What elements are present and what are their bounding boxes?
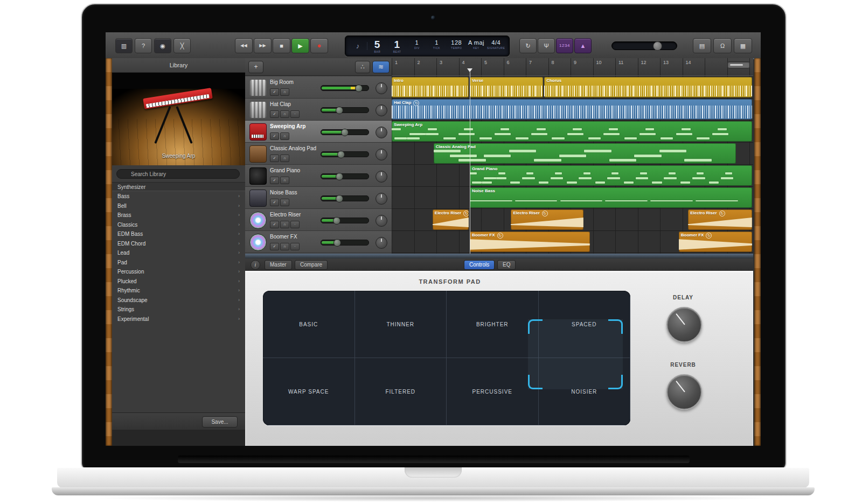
info-button[interactable]: i xyxy=(251,260,260,270)
library-item-rhythmic[interactable]: Rhythmic› xyxy=(112,286,245,296)
bar-ruler[interactable]: 1234567891011121314 xyxy=(392,58,753,76)
region-chorus[interactable]: Chorus xyxy=(544,77,752,97)
track-volume-slider[interactable] xyxy=(321,129,369,135)
delay-knob[interactable] xyxy=(666,307,702,342)
track-volume-slider[interactable] xyxy=(321,151,369,157)
library-item-plucked[interactable]: Plucked› xyxy=(112,277,245,286)
mixer-button[interactable]: ≋ xyxy=(372,61,390,73)
search-library-input[interactable]: Search Library xyxy=(116,169,240,179)
track-volume-slider[interactable] xyxy=(321,85,369,91)
pad-cell-percussive[interactable]: PERCUSSIVE xyxy=(447,358,539,425)
track-volume-slider[interactable] xyxy=(321,240,369,246)
track-header-noise-bass[interactable]: Noise Bass✓∩ xyxy=(245,187,392,209)
track-option-button[interactable]: · xyxy=(290,110,300,118)
solo-button[interactable]: ∩ xyxy=(280,243,289,250)
lcd-bar[interactable]: 5bar xyxy=(367,39,387,53)
library-item-experimental[interactable]: Experimental› xyxy=(112,314,245,324)
smart-controls-button[interactable]: ◉ xyxy=(154,38,171,53)
track-volume-slider[interactable] xyxy=(321,195,369,201)
pan-knob[interactable] xyxy=(376,237,387,249)
tuner-button[interactable]: Ψ xyxy=(538,38,555,53)
library-item-edm-bass[interactable]: EDM Bass› xyxy=(112,229,245,239)
pan-knob[interactable] xyxy=(376,171,387,183)
track-header-classic-analog-pad[interactable]: Classic Analog Pad✓∩ xyxy=(245,143,392,165)
play-button[interactable]: ▶ xyxy=(291,38,309,53)
pad-cell-filtered[interactable]: FILTERED xyxy=(355,358,447,425)
pan-knob[interactable] xyxy=(376,193,387,205)
track-volume-thumb[interactable] xyxy=(337,151,345,158)
track-volume-thumb[interactable] xyxy=(355,85,363,92)
track-header-hat-clap[interactable]: Hat Clap✓∩· xyxy=(245,99,392,121)
lcd-div[interactable]: 1div xyxy=(407,39,427,53)
mute-button[interactable]: ✓ xyxy=(270,221,279,228)
track-header-boomer-fx[interactable]: Boomer FX✓∩· xyxy=(245,231,392,253)
library-item-bell[interactable]: Bell› xyxy=(112,201,245,211)
count-in-button[interactable]: 1234 xyxy=(556,38,573,53)
metronome-button[interactable]: ▲ xyxy=(574,38,592,53)
playhead[interactable] xyxy=(470,72,470,254)
pad-cell-warp-space[interactable]: WARP SPACE xyxy=(263,358,355,425)
region-classic-analog-pad[interactable]: Classic Analog Pad xyxy=(434,143,736,164)
region-intro[interactable]: Intro xyxy=(392,77,469,97)
transform-pad-selection[interactable] xyxy=(528,319,623,389)
pan-knob[interactable] xyxy=(376,82,387,94)
region-grand-piano[interactable]: Grand Piano xyxy=(470,165,752,186)
track-volume-thumb[interactable] xyxy=(336,107,343,114)
region-noise-bass[interactable]: Noise Bass xyxy=(470,187,752,208)
ruler-zoom-slider[interactable] xyxy=(727,61,750,68)
library-item-pad[interactable]: Pad› xyxy=(112,258,245,268)
mute-button[interactable]: ✓ xyxy=(270,155,279,162)
mute-button[interactable]: ✓ xyxy=(270,199,279,206)
pad-cell-basic[interactable]: BASIC xyxy=(263,291,355,358)
quick-help-button[interactable]: ? xyxy=(135,38,152,53)
track-volume-slider[interactable] xyxy=(321,218,369,223)
solo-button[interactable]: ∩ xyxy=(280,221,289,228)
region-sweeping-arp[interactable]: Sweeping Arp xyxy=(392,121,752,142)
track-header-grand-piano[interactable]: Grand Piano✓∩ xyxy=(245,165,392,187)
pad-cell-thinner[interactable]: THINNER xyxy=(355,291,447,358)
region-boomer-fx[interactable]: Boomer FX↻ xyxy=(470,232,590,252)
transform-pad[interactable]: BASICTHINNERBRIGHTERSPACEDWARP SPACEFILT… xyxy=(263,291,630,425)
lcd-display[interactable]: ♪ 5bar1beat1div1tick128tempoA majkey4/4s… xyxy=(345,36,510,57)
lcd-beat[interactable]: 1beat xyxy=(387,39,407,53)
library-item-edm-chord[interactable]: EDM Chord› xyxy=(112,239,245,249)
notepad-button[interactable]: ▤ xyxy=(693,38,711,53)
pan-knob[interactable] xyxy=(376,127,387,138)
track-option-button[interactable]: · xyxy=(290,221,300,228)
region-verse[interactable]: Verse xyxy=(470,77,543,97)
solo-button[interactable]: ∩ xyxy=(280,155,289,162)
track-volume-slider[interactable] xyxy=(321,173,369,179)
track-volume-thumb[interactable] xyxy=(336,195,343,202)
automation-button[interactable]: ∴ xyxy=(355,61,370,73)
mute-button[interactable]: ✓ xyxy=(270,110,279,118)
mute-button[interactable]: ✓ xyxy=(270,132,279,140)
pan-knob[interactable] xyxy=(376,104,387,116)
library-item-strings[interactable]: Strings› xyxy=(112,305,245,314)
track-volume-slider[interactable] xyxy=(321,107,369,113)
solo-button[interactable]: ∩ xyxy=(280,88,289,96)
region-boomer-fx[interactable]: Boomer FX↻ xyxy=(679,232,752,252)
add-track-button[interactable]: + xyxy=(248,61,263,73)
timeline[interactable]: 1234567891011121314 IntroVerseChorusHat … xyxy=(392,58,753,254)
eq-tab[interactable]: EQ xyxy=(497,260,516,270)
pad-cell-brighter[interactable]: BRIGHTER xyxy=(447,291,539,358)
track-volume-thumb[interactable] xyxy=(336,173,343,180)
track-volume-thumb[interactable] xyxy=(333,217,340,225)
region-hat-clap[interactable]: Hat Clap↻ xyxy=(392,99,752,120)
pan-knob[interactable] xyxy=(376,149,387,160)
region-electro-riser[interactable]: Electro Riser↻ xyxy=(688,209,752,230)
library-item-percussion[interactable]: Percussion› xyxy=(112,267,245,277)
master-volume-thumb[interactable] xyxy=(653,41,662,51)
mute-button[interactable]: ✓ xyxy=(270,243,279,250)
solo-button[interactable]: ∩ xyxy=(280,199,289,206)
forward-button[interactable]: ▶▶ xyxy=(254,38,272,53)
mute-button[interactable]: ✓ xyxy=(270,88,279,96)
library-toggle-button[interactable]: ▥ xyxy=(115,38,133,53)
region-electro-riser[interactable]: Electro Riser↻ xyxy=(511,209,583,230)
track-option-button[interactable]: · xyxy=(290,243,300,250)
lcd-tick[interactable]: 1tick xyxy=(427,39,447,53)
library-category-header[interactable]: Synthesizer xyxy=(112,182,245,191)
track-volume-thumb[interactable] xyxy=(341,129,349,136)
library-item-soundscape[interactable]: Soundscape› xyxy=(112,296,245,305)
loop-browser-button[interactable]: Ω xyxy=(713,38,732,53)
